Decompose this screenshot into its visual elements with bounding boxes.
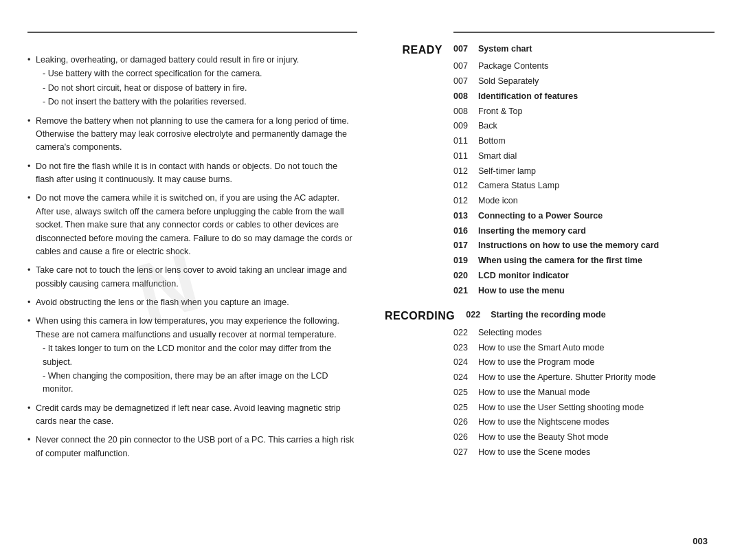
caution-bullet-list: Leaking, overheating, or damaged battery… <box>27 54 357 466</box>
contents-row: 012Mode icon <box>385 194 715 208</box>
entry-page-num: 016 <box>453 225 478 238</box>
entry-text: Smart dial <box>478 150 715 163</box>
entry-page-num: 025 <box>453 401 478 414</box>
contents-row: 012Self-timer lamp <box>385 165 715 178</box>
contents-row: 025How to use the Manual mode <box>385 386 715 399</box>
entry-text: Bottom <box>478 135 715 148</box>
entry-text: How to use the Beauty Shot mode <box>478 431 715 444</box>
entry-page-num: 021 <box>453 284 478 298</box>
entry-page-num: 022 <box>453 326 478 339</box>
entry-page-num: 007 <box>453 43 478 56</box>
entry-text: How to use the menu <box>478 284 715 298</box>
bullet-sub: - When changing the composition, there m… <box>36 370 357 396</box>
entry-page-num: 007 <box>453 60 478 73</box>
entry-page-num: 023 <box>453 341 478 355</box>
entry-page-num: 026 <box>453 431 478 444</box>
contents-title-row <box>385 27 715 33</box>
entry-page-num: 009 <box>453 120 478 133</box>
entry-text: Front & Top <box>478 105 715 118</box>
caution-column: Leaking, overheating, or damaged battery… <box>27 27 357 539</box>
bullet-item: Leaking, overheating, or damaged battery… <box>27 54 357 109</box>
contents-row: 021How to use the menu <box>385 284 715 298</box>
bullet-sub: - It takes longer to turn on the LCD mon… <box>36 342 357 369</box>
entry-page-num: 012 <box>453 165 478 178</box>
contents-row: 011Bottom <box>385 135 715 148</box>
bullet-item: Do not fire the flash while it is in con… <box>27 160 357 187</box>
entry-page-num: 012 <box>453 179 478 192</box>
contents-row: 016Inserting the memory card <box>385 225 715 238</box>
entry-page-num: 007 <box>453 75 478 88</box>
contents-row: 020LCD monitor indicator <box>385 269 715 282</box>
entry-page-num: 013 <box>453 210 478 223</box>
contents-row: 013Connecting to a Power Source <box>385 210 715 223</box>
entry-text: Inserting the memory card <box>478 225 715 238</box>
contents-row: 012Camera Status Lamp <box>385 179 715 192</box>
bullet-item: Avoid obstructing the lens or the flash … <box>27 296 357 309</box>
entry-text: Connecting to a Power Source <box>478 210 715 223</box>
contents-row: 026How to use the Beauty Shot mode <box>385 431 715 444</box>
entry-text: How to use the Program mode <box>478 356 715 369</box>
contents-row: 019When using the camera for the first t… <box>385 254 715 267</box>
contents-row: 027How to use the Scene modes <box>385 446 715 459</box>
entry-text: Back <box>478 120 715 133</box>
page: Leaking, overheating, or damaged battery… <box>0 0 742 560</box>
contents-row: 023How to use the Smart Auto mode <box>385 341 715 355</box>
entry-text: Identification of features <box>478 90 715 103</box>
entry-page-num: 025 <box>453 386 478 399</box>
contents-row: 008Identification of features <box>385 90 715 103</box>
entry-page-num: 024 <box>453 371 478 384</box>
bullet-item: Do not move the camera while it is switc… <box>27 192 357 258</box>
entry-page-num: 022 <box>466 309 491 322</box>
entry-text: How to use the Aperture. Shutter Priorit… <box>478 371 715 384</box>
contents-row: 007Package Contents <box>385 60 715 73</box>
entry-text: How to use the Manual mode <box>478 386 715 399</box>
entry-page-num: 026 <box>453 416 478 429</box>
entry-page-num: 011 <box>453 135 478 148</box>
entry-text: Camera Status Lamp <box>478 179 715 192</box>
entry-text: How to use the Smart Auto mode <box>478 341 715 355</box>
bullet-item: Take care not to touch the lens or lens … <box>27 264 357 291</box>
contents-row: 017Instructions on how to use the memory… <box>385 239 715 252</box>
entry-page-num: 019 <box>453 254 478 267</box>
entry-text: Starting the recording mode <box>491 309 715 322</box>
entry-text: System chart <box>478 43 715 56</box>
entry-text: When using the camera for the first time <box>478 254 715 267</box>
entry-page-num: 008 <box>453 90 478 103</box>
contents-row: 007Sold Separately <box>385 75 715 88</box>
bullet-item: Never connect the 20 pin connector to th… <box>27 434 357 460</box>
section-label: READY <box>385 43 453 58</box>
section-label: RECORDING <box>385 309 466 324</box>
entry-text: How to use the Nightscene modes <box>478 416 715 429</box>
entry-page-num: 020 <box>453 269 478 282</box>
contents-row: 008Front & Top <box>385 105 715 118</box>
entry-page-num: 008 <box>453 105 478 118</box>
entry-text: Package Contents <box>478 60 715 73</box>
entry-text: LCD monitor indicator <box>478 269 715 282</box>
contents-title <box>453 27 715 33</box>
entry-page-num: 012 <box>453 194 478 208</box>
contents-row: 026How to use the Nightscene modes <box>385 416 715 429</box>
contents-column: READY007System chart007Package Contents0… <box>385 27 715 539</box>
contents-row: 011Smart dial <box>385 150 715 163</box>
entry-page-num: 017 <box>453 239 478 252</box>
entry-text: Self-timer lamp <box>478 165 715 178</box>
contents-row: 024How to use the Aperture. Shutter Prio… <box>385 371 715 384</box>
caution-title <box>27 27 357 33</box>
bullet-sub: - Use battery with the correct specifica… <box>36 67 357 80</box>
contents-row: RECORDING022Starting the recording mode <box>385 309 715 324</box>
entry-text: Mode icon <box>478 194 715 208</box>
contents-row: 025How to use the User Setting shooting … <box>385 401 715 414</box>
entry-text: Instructions on how to use the memory ca… <box>478 239 715 252</box>
bullet-sub: - Do not short circuit, heat or dispose … <box>36 82 357 95</box>
bullet-sub: - Do not insert the battery with the pol… <box>36 96 357 109</box>
entry-text: How to use the Scene modes <box>478 446 715 459</box>
entry-text: Sold Separately <box>478 75 715 88</box>
entry-text: How to use the User Setting shooting mod… <box>478 401 715 414</box>
bullet-item: Remove the battery when not planning to … <box>27 115 357 155</box>
page-footer: 003 <box>693 536 708 546</box>
bullet-item: When using this camera in low temperatur… <box>27 315 357 396</box>
entry-page-num: 024 <box>453 356 478 369</box>
bullet-item: Credit cards may be demagnetized if left… <box>27 402 357 429</box>
contents-row: 022Selecting modes <box>385 326 715 339</box>
contents-row: READY007System chart <box>385 43 715 58</box>
